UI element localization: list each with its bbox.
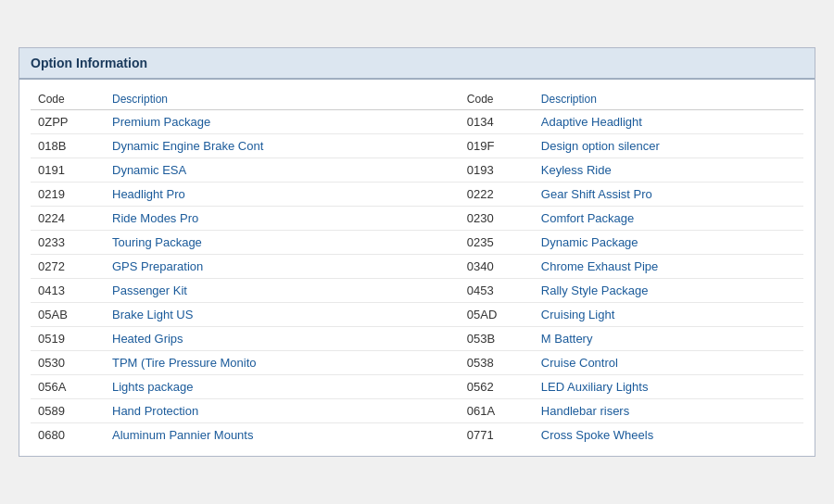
cell-code1: 018B (31, 134, 105, 158)
cell-code1: 05AB (31, 303, 105, 327)
panel-header: Option Information (19, 48, 815, 80)
panel-body: Code Description Code Description 0ZPPPr… (19, 80, 815, 456)
table-body: 0ZPPPremium Package0134Adaptive Headligh… (31, 110, 803, 447)
option-information-panel: Option Information Code Description Code… (19, 47, 815, 457)
cell-desc2: Keyless Ride (534, 158, 803, 183)
cell-spacer (441, 375, 460, 399)
table-header-row: Code Description Code Description (31, 89, 803, 110)
table-row: 0224Ride Modes Pro0230Comfort Package (31, 207, 803, 231)
table-row: 0680Aluminum Pannier Mounts0771Cross Spo… (31, 423, 803, 447)
header-desc1: Description (105, 89, 441, 110)
cell-desc1: Ride Modes Pro (105, 207, 441, 231)
cell-code1: 0680 (31, 423, 105, 447)
cell-desc1: Aluminum Pannier Mounts (105, 423, 441, 447)
table-row: 0589Hand Protection061AHandlebar risers (31, 399, 803, 423)
cell-desc2: Comfort Package (534, 207, 803, 231)
cell-code2: 0235 (460, 231, 534, 255)
cell-code2: 05AD (460, 303, 534, 327)
cell-spacer (441, 351, 460, 375)
table-row: 0191Dynamic ESA0193Keyless Ride (31, 158, 803, 183)
cell-desc1: Hand Protection (105, 399, 441, 423)
cell-desc2: Gear Shift Assist Pro (534, 183, 803, 207)
cell-spacer (441, 158, 460, 183)
cell-desc2: Cruise Control (534, 351, 803, 375)
table-row: 0233Touring Package0235Dynamic Package (31, 231, 803, 255)
cell-spacer (441, 110, 460, 134)
cell-desc1: Touring Package (105, 231, 441, 255)
cell-code1: 0272 (31, 255, 105, 279)
table-row: 0219Headlight Pro0222Gear Shift Assist P… (31, 183, 803, 207)
cell-code2: 019F (460, 134, 534, 158)
table-row: 0519Heated Grips053BM Battery (31, 327, 803, 351)
cell-desc1: Headlight Pro (105, 183, 441, 207)
cell-code2: 0562 (460, 375, 534, 399)
cell-desc2: Adaptive Headlight (534, 110, 803, 134)
cell-spacer (441, 183, 460, 207)
options-table: Code Description Code Description 0ZPPPr… (31, 89, 803, 447)
cell-code1: 0224 (31, 207, 105, 231)
cell-code2: 061A (460, 399, 534, 423)
table-row: 0ZPPPremium Package0134Adaptive Headligh… (31, 110, 803, 134)
cell-code1: 0ZPP (31, 110, 105, 134)
cell-code1: 0233 (31, 231, 105, 255)
cell-spacer (441, 207, 460, 231)
header-desc2: Description (534, 89, 803, 110)
cell-desc2: M Battery (534, 327, 803, 351)
cell-desc1: Brake Light US (105, 303, 441, 327)
cell-spacer (441, 327, 460, 351)
cell-desc1: Passenger Kit (105, 279, 441, 303)
cell-spacer (441, 231, 460, 255)
cell-desc1: Lights package (105, 375, 441, 399)
cell-code1: 0530 (31, 351, 105, 375)
cell-desc1: Heated Grips (105, 327, 441, 351)
cell-desc1: Premium Package (105, 110, 441, 134)
cell-spacer (441, 279, 460, 303)
cell-code1: 0589 (31, 399, 105, 423)
cell-code1: 0413 (31, 279, 105, 303)
table-row: 056ALights package0562LED Auxiliary Ligh… (31, 375, 803, 399)
cell-code1: 0191 (31, 158, 105, 183)
cell-code2: 0134 (460, 110, 534, 134)
cell-desc2: Rally Style Package (534, 279, 803, 303)
cell-code2: 0538 (460, 351, 534, 375)
cell-desc1: Dynamic Engine Brake Cont (105, 134, 441, 158)
table-row: 05ABBrake Light US05ADCruising Light (31, 303, 803, 327)
cell-desc2: Dynamic Package (534, 231, 803, 255)
cell-spacer (441, 423, 460, 447)
table-row: 0272GPS Preparation0340Chrome Exhaust Pi… (31, 255, 803, 279)
cell-code1: 0219 (31, 183, 105, 207)
cell-spacer (441, 134, 460, 158)
table-row: 018BDynamic Engine Brake Cont019FDesign … (31, 134, 803, 158)
cell-code1: 0519 (31, 327, 105, 351)
table-row: 0530TPM (Tire Pressure Monito0538Cruise … (31, 351, 803, 375)
cell-desc1: GPS Preparation (105, 255, 441, 279)
table-row: 0413Passenger Kit0453Rally Style Package (31, 279, 803, 303)
cell-desc2: Design option silencer (534, 134, 803, 158)
cell-desc2: Handlebar risers (534, 399, 803, 423)
cell-spacer (441, 399, 460, 423)
header-code2: Code (460, 89, 534, 110)
cell-code2: 0453 (460, 279, 534, 303)
cell-code2: 0340 (460, 255, 534, 279)
cell-desc2: Chrome Exhaust Pipe (534, 255, 803, 279)
cell-desc2: Cross Spoke Wheels (534, 423, 803, 447)
cell-spacer (441, 255, 460, 279)
cell-code2: 0222 (460, 183, 534, 207)
cell-spacer (441, 303, 460, 327)
cell-desc1: TPM (Tire Pressure Monito (105, 351, 441, 375)
header-spacer (441, 89, 460, 110)
cell-code2: 0230 (460, 207, 534, 231)
cell-code2: 053B (460, 327, 534, 351)
header-code1: Code (31, 89, 105, 110)
cell-code2: 0193 (460, 158, 534, 183)
cell-desc2: LED Auxiliary Lights (534, 375, 803, 399)
cell-desc1: Dynamic ESA (105, 158, 441, 183)
cell-desc2: Cruising Light (534, 303, 803, 327)
cell-code1: 056A (31, 375, 105, 399)
cell-code2: 0771 (460, 423, 534, 447)
panel-title: Option Information (31, 56, 803, 70)
